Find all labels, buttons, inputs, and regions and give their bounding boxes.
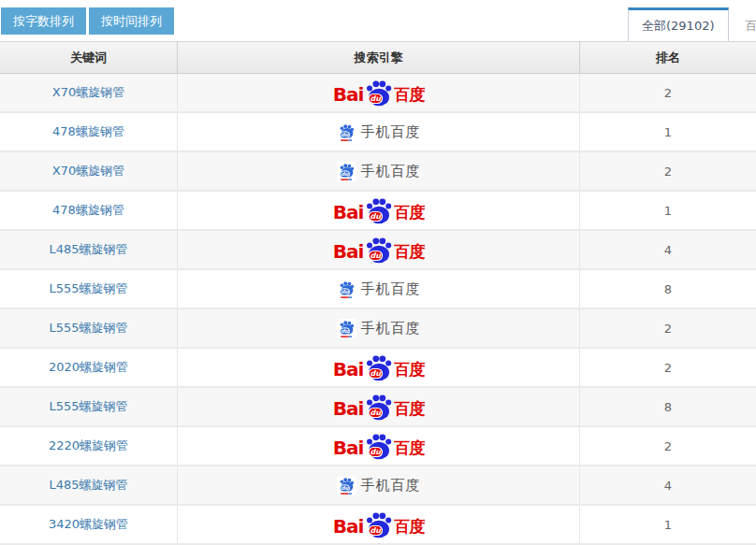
- baidu-paw-icon: du: [364, 511, 393, 538]
- table-row: X70螺旋钢管 Bai du 百度 2: [0, 74, 756, 113]
- table-row: L555螺旋钢管 du 手机百度: [0, 270, 756, 309]
- baidu-mobile-app-icon: du: [337, 319, 356, 338]
- header-engine: 搜索引擎: [178, 42, 580, 73]
- rank-value: 8: [664, 282, 672, 296]
- baidu-pc-logo: Bai du 百度: [333, 511, 425, 538]
- baidu-mobile-du-text: du: [341, 171, 349, 177]
- baidu-pc-logo-du-text: du: [371, 409, 383, 417]
- rank-value: 2: [664, 361, 672, 375]
- header-rank: 排名: [580, 42, 756, 73]
- table-row: 2020螺旋钢管 Bai du 百度 2: [0, 349, 756, 388]
- baidu-mobile-du-text: du: [341, 328, 349, 334]
- baidu-mobile-logo: du 手机百度: [337, 476, 421, 495]
- sort-by-time-button[interactable]: 按时间排列: [89, 7, 174, 35]
- baidu-mobile-du-text: du: [341, 289, 349, 294]
- tab-all[interactable]: 全部(29102): [628, 7, 729, 41]
- baidu-mobile-du-text: du: [341, 485, 349, 491]
- table-row: 2220螺旋钢管 Bai du 百度 2: [0, 427, 756, 466]
- baidu-pc-logo-du-text: du: [371, 251, 383, 260]
- baidu-pc-logo-du-text: du: [371, 369, 383, 378]
- baidu-mobile-app-icon: du: [337, 122, 356, 142]
- baidu-mobile-label: 手机百度: [361, 123, 421, 141]
- baidu-pc-logo: Bai du 百度: [333, 394, 425, 420]
- table-row: 3420螺旋钢管 Bai du 百度 1: [0, 506, 756, 545]
- keyword-link[interactable]: 478螺旋钢管: [52, 123, 124, 140]
- baidu-mobile-du-text: du: [341, 132, 349, 137]
- sort-by-words-button[interactable]: 按字数排列: [1, 7, 86, 35]
- baidu-pc-logo-bai-text: Bai: [333, 242, 364, 263]
- rank-value: 1: [664, 204, 672, 218]
- rank-value: 1: [664, 518, 672, 532]
- table-row: 478螺旋钢管 du 手机百度: [0, 113, 756, 152]
- table-row: X70螺旋钢管 du 手机百度: [0, 152, 756, 192]
- rank-value: 2: [664, 165, 672, 179]
- baidu-paw-icon: du: [364, 197, 393, 224]
- baidu-pc-logo-du-text: du: [371, 526, 383, 535]
- baidu-pc-logo-du-text: du: [371, 212, 383, 221]
- keyword-link[interactable]: L555螺旋钢管: [49, 280, 127, 297]
- rank-value: 2: [664, 86, 672, 100]
- table-header: 关键词 搜索引擎 排名: [0, 41, 756, 74]
- baidu-pc-logo: Bai du 百度: [333, 433, 425, 459]
- baidu-pc-logo-bai-text: Bai: [333, 85, 364, 106]
- keyword-link[interactable]: L555螺旋钢管: [49, 320, 127, 337]
- rank-value: 1: [664, 125, 672, 139]
- keyword-link[interactable]: X70螺旋钢管: [52, 84, 124, 101]
- header-keyword: 关键词: [0, 42, 178, 73]
- baidu-pc-logo-bai-text: Bai: [333, 360, 364, 380]
- keyword-link[interactable]: 2020螺旋钢管: [49, 359, 128, 376]
- baidu-pc-logo: Bai du 百度: [333, 237, 425, 263]
- baidu-pc-logo-cn-text: 百度: [394, 205, 424, 223]
- keyword-link[interactable]: X70螺旋钢管: [52, 163, 124, 179]
- baidu-pc-logo-bai-text: Bai: [333, 517, 364, 538]
- keyword-link[interactable]: L485螺旋钢管: [49, 477, 127, 494]
- baidu-mobile-app-icon: du: [337, 162, 356, 181]
- baidu-pc-logo-cn-text: 百度: [394, 87, 424, 106]
- table-row: L555螺旋钢管 Bai du 百度 8: [0, 388, 756, 427]
- top-toolbar: 按字数排列 按时间排列 全部(29102) 百度: [0, 0, 756, 41]
- baidu-paw-icon: du: [364, 433, 393, 460]
- baidu-mobile-app-icon: du: [337, 476, 356, 495]
- table-row: 478螺旋钢管 Bai du 百度 1: [0, 192, 756, 231]
- baidu-pc-logo-cn-text: 百度: [394, 362, 424, 380]
- baidu-mobile-label: 手机百度: [361, 163, 421, 180]
- baidu-pc-logo: Bai du 百度: [333, 79, 425, 106]
- baidu-pc-logo-du-text: du: [371, 94, 383, 103]
- baidu-pc-logo: Bai du 百度: [333, 197, 425, 223]
- baidu-mobile-label: 手机百度: [361, 320, 421, 337]
- baidu-pc-logo-cn-text: 百度: [394, 440, 424, 459]
- table-body: X70螺旋钢管 Bai du 百度 2: [0, 74, 756, 545]
- baidu-pc-logo-cn-text: 百度: [394, 401, 424, 420]
- baidu-pc-logo-bai-text: Bai: [333, 399, 364, 420]
- rank-value: 4: [664, 479, 672, 493]
- keyword-link[interactable]: 3420螺旋钢管: [49, 516, 128, 533]
- baidu-paw-icon: du: [364, 354, 393, 381]
- baidu-pc-logo-du-text: du: [371, 448, 383, 456]
- baidu-mobile-app-icon: du: [337, 280, 356, 299]
- keyword-link[interactable]: 478螺旋钢管: [52, 202, 124, 219]
- baidu-paw-icon: du: [364, 237, 393, 264]
- baidu-mobile-logo: du 手机百度: [337, 162, 421, 181]
- tab-baidu[interactable]: 百度: [729, 7, 756, 41]
- baidu-pc-logo-bai-text: Bai: [333, 438, 364, 459]
- baidu-mobile-label: 手机百度: [361, 477, 421, 495]
- baidu-pc-logo-cn-text: 百度: [394, 519, 424, 538]
- engine-filter-tabs: 全部(29102) 百度: [628, 7, 756, 41]
- rank-value: 2: [664, 439, 672, 453]
- keyword-link[interactable]: L485螺旋钢管: [49, 241, 127, 258]
- baidu-mobile-logo: du 手机百度: [337, 122, 421, 142]
- baidu-paw-icon: du: [364, 79, 393, 107]
- baidu-mobile-logo: du 手机百度: [337, 319, 421, 338]
- table-row: L485螺旋钢管 du 手机百度: [0, 466, 756, 506]
- keyword-link[interactable]: L555螺旋钢管: [49, 398, 127, 415]
- baidu-paw-icon: du: [364, 394, 393, 421]
- rank-value: 2: [664, 322, 672, 336]
- baidu-pc-logo-cn-text: 百度: [394, 244, 424, 263]
- table-row: L485螺旋钢管 Bai du 百度 4: [0, 231, 756, 270]
- table-row: L555螺旋钢管 du 手机百度: [0, 309, 756, 349]
- baidu-pc-logo-bai-text: Bai: [333, 203, 364, 223]
- rank-value: 4: [664, 243, 672, 257]
- baidu-pc-logo: Bai du 百度: [333, 354, 425, 380]
- keyword-link[interactable]: 2220螺旋钢管: [49, 437, 128, 454]
- rank-value: 8: [664, 400, 672, 414]
